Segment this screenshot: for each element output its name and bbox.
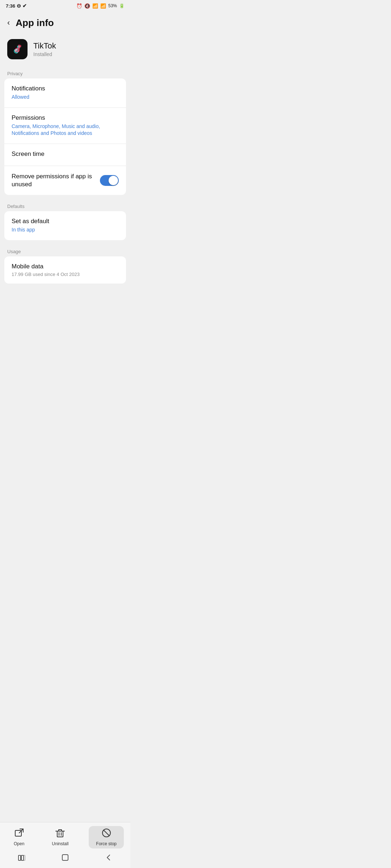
usage-section-label: Usage — [0, 244, 130, 256]
privacy-section-label: Privacy — [0, 67, 130, 78]
gap-2 — [0, 240, 130, 244]
header: ‹ App info — [0, 10, 130, 33]
gap-1 — [0, 195, 130, 199]
back-button[interactable]: ‹ — [6, 17, 11, 29]
usage-card: Mobile data 17.99 GB used since 4 Oct 20… — [4, 256, 126, 284]
screen-time-title: Screen time — [12, 150, 119, 158]
mobile-data-value: 17.99 GB used since 4 Oct 2023 — [12, 272, 119, 277]
set-default-item[interactable]: Set as default In this app — [4, 211, 126, 240]
remove-permissions-toggle[interactable] — [100, 175, 119, 186]
status-time: 7:36 ⊖ ✔ — [6, 3, 27, 9]
battery-icon: 🔋 — [119, 3, 125, 8]
screen-time-item[interactable]: Screen time — [4, 144, 126, 166]
battery-percent: 53% — [108, 3, 117, 8]
permissions-title: Permissions — [12, 114, 119, 122]
status-icons: ⏰ 🔇 📶 📶 53% 🔋 — [76, 3, 125, 9]
set-default-title: Set as default — [12, 218, 119, 225]
alarm-icon: ⏰ — [76, 3, 82, 9]
defaults-card: Set as default In this app — [4, 211, 126, 240]
defaults-section-label: Defaults — [0, 199, 130, 211]
permissions-item[interactable]: Permissions Camera, Microphone, Music an… — [4, 107, 126, 144]
set-default-sub: In this app — [12, 226, 119, 234]
tiktok-logo-svg — [11, 43, 24, 56]
signal-icon: 📶 — [100, 3, 106, 9]
notifications-value: Allowed — [12, 94, 119, 101]
app-status: Installed — [33, 51, 56, 57]
app-icon — [7, 39, 28, 59]
mobile-data-item[interactable]: Mobile data 17.99 GB used since 4 Oct 20… — [4, 256, 126, 284]
permissions-value: Camera, Microphone, Music and audio, Not… — [12, 123, 119, 137]
mobile-data-title: Mobile data — [12, 263, 119, 270]
privacy-card: Notifications Allowed Permissions Camera… — [4, 78, 126, 195]
remove-permissions-item[interactable]: Remove permissions if app is unused — [4, 166, 126, 195]
app-name: TikTok — [33, 41, 56, 51]
gap-3 — [0, 284, 130, 288]
app-info-row: TikTok Installed — [0, 33, 130, 67]
wifi-icon: 📶 — [92, 3, 98, 9]
notifications-title: Notifications — [12, 85, 119, 92]
toggle-knob — [109, 176, 118, 185]
status-bar: 7:36 ⊖ ✔ ⏰ 🔇 📶 📶 53% 🔋 — [0, 0, 130, 10]
app-details: TikTok Installed — [33, 41, 56, 57]
mute-icon: 🔇 — [84, 3, 90, 9]
remove-permissions-label: Remove permissions if app is unused — [12, 173, 100, 188]
notifications-item[interactable]: Notifications Allowed — [4, 78, 126, 107]
page-title: App info — [16, 17, 54, 29]
